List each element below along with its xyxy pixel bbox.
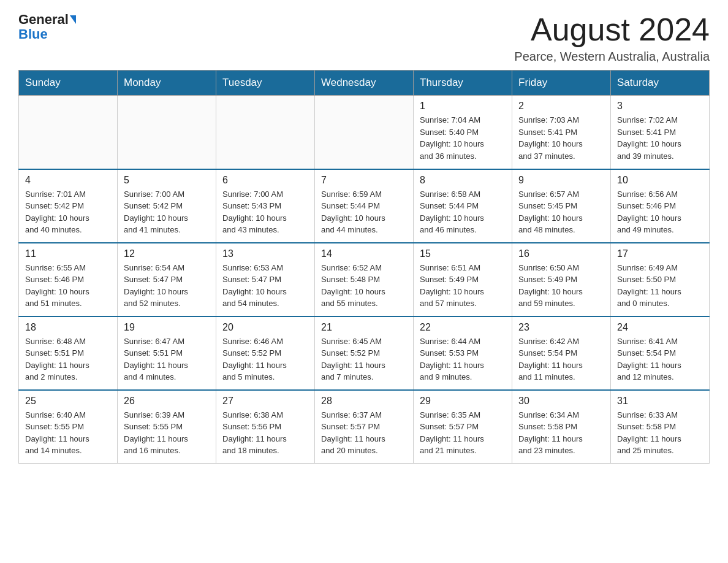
day-info: Sunrise: 6:52 AMSunset: 5:48 PMDaylight:…: [321, 262, 407, 310]
day-number: 19: [124, 322, 210, 333]
day-number: 6: [222, 175, 308, 186]
table-row: 18Sunrise: 6:48 AMSunset: 5:51 PMDayligh…: [19, 316, 118, 390]
logo-general: General: [18, 12, 69, 27]
header: General Blue August 2024 Pearce, Western…: [18, 12, 710, 64]
table-row: [216, 96, 315, 169]
day-info: Sunrise: 6:38 AMSunset: 5:56 PMDaylight:…: [222, 409, 308, 457]
logo: General Blue: [18, 12, 76, 42]
table-row: 21Sunrise: 6:45 AMSunset: 5:52 PMDayligh…: [315, 316, 414, 390]
table-row: 28Sunrise: 6:37 AMSunset: 5:57 PMDayligh…: [315, 390, 414, 464]
table-row: 2Sunrise: 7:03 AMSunset: 5:41 PMDaylight…: [512, 96, 611, 169]
day-number: 7: [321, 175, 407, 186]
day-info: Sunrise: 6:48 AMSunset: 5:51 PMDaylight:…: [25, 335, 111, 383]
day-number: 18: [25, 322, 111, 333]
day-info: Sunrise: 6:40 AMSunset: 5:55 PMDaylight:…: [25, 409, 111, 457]
calendar-week-row: 25Sunrise: 6:40 AMSunset: 5:55 PMDayligh…: [19, 390, 710, 464]
day-number: 28: [321, 396, 407, 407]
day-info: Sunrise: 6:57 AMSunset: 5:45 PMDaylight:…: [518, 188, 604, 236]
table-row: 24Sunrise: 6:41 AMSunset: 5:54 PMDayligh…: [611, 316, 710, 390]
day-number: 24: [617, 322, 703, 333]
day-info: Sunrise: 6:56 AMSunset: 5:46 PMDaylight:…: [617, 188, 703, 236]
day-number: 11: [25, 248, 111, 259]
day-number: 30: [518, 396, 604, 407]
header-saturday: Saturday: [611, 71, 710, 96]
calendar-week-row: 4Sunrise: 7:01 AMSunset: 5:42 PMDaylight…: [19, 169, 710, 243]
day-number: 4: [25, 175, 111, 186]
table-row: 26Sunrise: 6:39 AMSunset: 5:55 PMDayligh…: [118, 390, 216, 464]
day-number: 31: [617, 396, 703, 407]
day-number: 21: [321, 322, 407, 333]
day-info: Sunrise: 7:03 AMSunset: 5:41 PMDaylight:…: [518, 114, 604, 162]
table-row: 20Sunrise: 6:46 AMSunset: 5:52 PMDayligh…: [216, 316, 315, 390]
day-info: Sunrise: 6:59 AMSunset: 5:44 PMDaylight:…: [321, 188, 407, 236]
table-row: 5Sunrise: 7:00 AMSunset: 5:42 PMDaylight…: [118, 169, 216, 243]
day-number: 3: [617, 101, 703, 112]
day-info: Sunrise: 6:45 AMSunset: 5:52 PMDaylight:…: [321, 335, 407, 383]
table-row: 30Sunrise: 6:34 AMSunset: 5:58 PMDayligh…: [512, 390, 611, 464]
table-row: [315, 96, 414, 169]
day-number: 25: [25, 396, 111, 407]
day-number: 14: [321, 248, 407, 259]
table-row: [19, 96, 118, 169]
calendar: Sunday Monday Tuesday Wednesday Thursday…: [18, 70, 710, 464]
day-info: Sunrise: 7:00 AMSunset: 5:42 PMDaylight:…: [124, 188, 210, 236]
calendar-week-row: 18Sunrise: 6:48 AMSunset: 5:51 PMDayligh…: [19, 316, 710, 390]
day-info: Sunrise: 6:33 AMSunset: 5:58 PMDaylight:…: [617, 409, 703, 457]
day-info: Sunrise: 6:35 AMSunset: 5:57 PMDaylight:…: [420, 409, 506, 457]
day-info: Sunrise: 6:37 AMSunset: 5:57 PMDaylight:…: [321, 409, 407, 457]
logo-blue: Blue: [18, 27, 48, 42]
table-row: 7Sunrise: 6:59 AMSunset: 5:44 PMDaylight…: [315, 169, 414, 243]
day-info: Sunrise: 6:39 AMSunset: 5:55 PMDaylight:…: [124, 409, 210, 457]
table-row: 12Sunrise: 6:54 AMSunset: 5:47 PMDayligh…: [118, 243, 216, 316]
day-info: Sunrise: 6:54 AMSunset: 5:47 PMDaylight:…: [124, 262, 210, 310]
title-area: August 2024 Pearce, Western Australia, A…: [514, 12, 710, 64]
day-number: 17: [617, 248, 703, 259]
day-number: 10: [617, 175, 703, 186]
table-row: 1Sunrise: 7:04 AMSunset: 5:40 PMDaylight…: [414, 96, 512, 169]
day-info: Sunrise: 7:00 AMSunset: 5:43 PMDaylight:…: [222, 188, 308, 236]
day-info: Sunrise: 6:46 AMSunset: 5:52 PMDaylight:…: [222, 335, 308, 383]
logo-triangle-icon: [70, 15, 76, 24]
table-row: 6Sunrise: 7:00 AMSunset: 5:43 PMDaylight…: [216, 169, 315, 243]
day-info: Sunrise: 6:58 AMSunset: 5:44 PMDaylight:…: [420, 188, 506, 236]
table-row: 16Sunrise: 6:50 AMSunset: 5:49 PMDayligh…: [512, 243, 611, 316]
table-row: 23Sunrise: 6:42 AMSunset: 5:54 PMDayligh…: [512, 316, 611, 390]
day-info: Sunrise: 6:44 AMSunset: 5:53 PMDaylight:…: [420, 335, 506, 383]
day-info: Sunrise: 6:51 AMSunset: 5:49 PMDaylight:…: [420, 262, 506, 310]
table-row: 25Sunrise: 6:40 AMSunset: 5:55 PMDayligh…: [19, 390, 118, 464]
table-row: 19Sunrise: 6:47 AMSunset: 5:51 PMDayligh…: [118, 316, 216, 390]
weekday-header-row: Sunday Monday Tuesday Wednesday Thursday…: [19, 71, 710, 96]
table-row: 29Sunrise: 6:35 AMSunset: 5:57 PMDayligh…: [414, 390, 512, 464]
day-info: Sunrise: 6:50 AMSunset: 5:49 PMDaylight:…: [518, 262, 604, 310]
day-info: Sunrise: 6:41 AMSunset: 5:54 PMDaylight:…: [617, 335, 703, 383]
table-row: 15Sunrise: 6:51 AMSunset: 5:49 PMDayligh…: [414, 243, 512, 316]
day-info: Sunrise: 6:42 AMSunset: 5:54 PMDaylight:…: [518, 335, 604, 383]
day-number: 23: [518, 322, 604, 333]
table-row: 31Sunrise: 6:33 AMSunset: 5:58 PMDayligh…: [611, 390, 710, 464]
day-number: 16: [518, 248, 604, 259]
day-info: Sunrise: 6:55 AMSunset: 5:46 PMDaylight:…: [25, 262, 111, 310]
day-number: 2: [518, 101, 604, 112]
table-row: 10Sunrise: 6:56 AMSunset: 5:46 PMDayligh…: [611, 169, 710, 243]
day-number: 29: [420, 396, 506, 407]
location: Pearce, Western Australia, Australia: [514, 50, 710, 64]
day-number: 1: [420, 101, 506, 112]
day-number: 27: [222, 396, 308, 407]
day-number: 12: [124, 248, 210, 259]
table-row: 22Sunrise: 6:44 AMSunset: 5:53 PMDayligh…: [414, 316, 512, 390]
day-number: 8: [420, 175, 506, 186]
day-number: 22: [420, 322, 506, 333]
table-row: 9Sunrise: 6:57 AMSunset: 5:45 PMDaylight…: [512, 169, 611, 243]
header-monday: Monday: [118, 71, 216, 96]
table-row: 14Sunrise: 6:52 AMSunset: 5:48 PMDayligh…: [315, 243, 414, 316]
header-thursday: Thursday: [414, 71, 512, 96]
header-sunday: Sunday: [19, 71, 118, 96]
day-number: 9: [518, 175, 604, 186]
day-info: Sunrise: 6:47 AMSunset: 5:51 PMDaylight:…: [124, 335, 210, 383]
table-row: 8Sunrise: 6:58 AMSunset: 5:44 PMDaylight…: [414, 169, 512, 243]
month-title: August 2024: [514, 12, 710, 47]
table-row: 17Sunrise: 6:49 AMSunset: 5:50 PMDayligh…: [611, 243, 710, 316]
table-row: 27Sunrise: 6:38 AMSunset: 5:56 PMDayligh…: [216, 390, 315, 464]
day-info: Sunrise: 6:53 AMSunset: 5:47 PMDaylight:…: [222, 262, 308, 310]
day-info: Sunrise: 7:01 AMSunset: 5:42 PMDaylight:…: [25, 188, 111, 236]
